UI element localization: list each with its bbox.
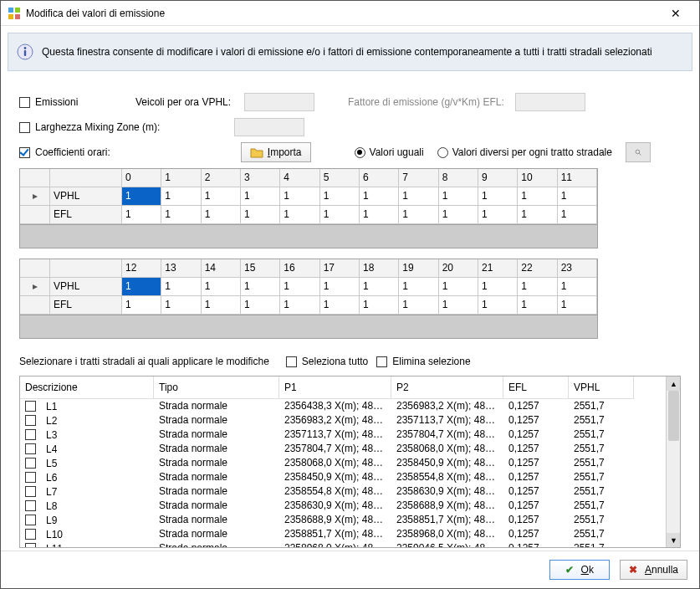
row-p2: 2358968,0 X(m); 4854530,0... xyxy=(391,527,503,541)
list-scrollbar[interactable]: ▲ ▼ xyxy=(666,376,680,547)
ok-button[interactable]: ✔ Ok xyxy=(549,560,610,580)
grid-cell[interactable]: 1 xyxy=(122,206,161,224)
grid-cell[interactable]: 1 xyxy=(478,187,518,206)
grid-cell[interactable]: 1 xyxy=(518,206,557,224)
coeff-checkbox[interactable] xyxy=(19,147,30,158)
close-button[interactable]: ✕ xyxy=(659,7,692,20)
list-col-header[interactable]: P2 xyxy=(391,376,503,399)
grid-cell[interactable]: 1 xyxy=(399,187,438,206)
table-row[interactable]: L8Strada normale2358630,9 X(m); 48555...… xyxy=(20,499,666,513)
row-checkbox[interactable] xyxy=(25,515,36,525)
table-row[interactable]: L4Strada normale2357804,7 X(m); 48561...… xyxy=(20,442,666,456)
grid-cell[interactable]: 1 xyxy=(478,278,518,296)
grid-cell[interactable]: 1 xyxy=(161,187,201,206)
grid-cell[interactable]: 1 xyxy=(478,206,518,224)
vphl-input[interactable] xyxy=(244,93,314,111)
list-col-header[interactable]: P1 xyxy=(279,376,391,399)
grid2[interactable]: 121314151617181920212223▸VPHL11111111111… xyxy=(19,259,598,315)
grid-cell[interactable]: 1 xyxy=(518,296,557,315)
grid-cell[interactable]: 1 xyxy=(478,296,518,315)
grid-cell[interactable]: 1 xyxy=(439,187,478,206)
radio-diff[interactable] xyxy=(437,147,448,158)
grid-col-header: 22 xyxy=(518,259,557,278)
row-checkbox[interactable] xyxy=(25,429,36,440)
grid-cell[interactable]: 1 xyxy=(360,278,399,296)
list-col-header[interactable]: VPHL xyxy=(569,376,634,399)
row-checkbox[interactable] xyxy=(25,529,36,540)
mixing-input[interactable] xyxy=(234,118,304,136)
import-button[interactable]: Importa xyxy=(241,142,311,162)
grid-cell[interactable]: 1 xyxy=(161,296,201,315)
select-all-checkbox[interactable] xyxy=(286,356,297,367)
grid-cell[interactable]: 1 xyxy=(202,278,241,296)
grid-cell[interactable]: 1 xyxy=(161,278,201,296)
grid-cell[interactable]: 1 xyxy=(280,187,319,206)
table-row[interactable]: L9Strada normale2358688,9 X(m); 48554...… xyxy=(20,513,666,527)
search-button[interactable] xyxy=(626,142,651,162)
grid-cell[interactable]: 1 xyxy=(280,296,319,315)
table-row[interactable]: L3Strada normale2357113,7 X(m); 48564...… xyxy=(20,428,666,442)
row-checkbox[interactable] xyxy=(25,500,36,511)
grid-cell[interactable]: 1 xyxy=(241,206,280,224)
mixing-checkbox[interactable] xyxy=(19,122,30,133)
grid-cell[interactable]: 1 xyxy=(122,187,161,206)
grid-cell[interactable]: 1 xyxy=(241,296,280,315)
grid-cell[interactable]: 1 xyxy=(320,278,360,296)
grid-cell[interactable]: 1 xyxy=(122,296,161,315)
radio-equal[interactable] xyxy=(355,147,365,158)
grid-cell[interactable]: 1 xyxy=(518,187,557,206)
table-row[interactable]: L2Strada normale2356983,2 X(m); 48565...… xyxy=(20,413,666,428)
grid-cell[interactable]: 1 xyxy=(122,278,161,296)
grid-cell[interactable]: 1 xyxy=(202,187,241,206)
grid-cell[interactable]: 1 xyxy=(439,206,478,224)
scroll-down-icon[interactable]: ▼ xyxy=(667,533,681,547)
row-desc: L7 xyxy=(46,486,57,498)
scroll-thumb[interactable] xyxy=(668,391,679,441)
grid-cell[interactable]: 1 xyxy=(161,206,201,224)
grid-cell[interactable]: 1 xyxy=(439,278,478,296)
grid-cell[interactable]: 1 xyxy=(399,296,438,315)
grid-cell[interactable]: 1 xyxy=(280,206,319,224)
clear-selection-checkbox[interactable] xyxy=(376,356,387,367)
grid-cell[interactable]: 1 xyxy=(558,206,597,224)
row-checkbox[interactable] xyxy=(25,401,36,412)
table-row[interactable]: L1Strada normale2356438,3 X(m); 48569...… xyxy=(20,399,666,413)
grid-cell[interactable]: 1 xyxy=(360,206,399,224)
grid-cell[interactable]: 1 xyxy=(558,187,597,206)
grid-cell[interactable]: 1 xyxy=(320,206,360,224)
grid-cell[interactable]: 1 xyxy=(202,206,241,224)
grid-cell[interactable]: 1 xyxy=(320,187,360,206)
table-row[interactable]: L7Strada normale2358554,8 X(m); 48556...… xyxy=(20,484,666,499)
grid-cell[interactable]: 1 xyxy=(518,278,557,296)
table-row[interactable]: L6Strada normale2358450,9 X(m); 48557...… xyxy=(20,470,666,484)
row-checkbox[interactable] xyxy=(25,415,36,426)
grid-cell[interactable]: 1 xyxy=(360,187,399,206)
emissioni-checkbox[interactable] xyxy=(19,97,30,108)
row-checkbox[interactable] xyxy=(25,486,36,497)
efl-input[interactable] xyxy=(515,93,585,111)
grid-cell[interactable]: 1 xyxy=(280,278,319,296)
table-row[interactable]: L11Strada normale2358968,0 X(m); 48545..… xyxy=(20,541,666,547)
grid-cell[interactable]: 1 xyxy=(241,187,280,206)
row-checkbox[interactable] xyxy=(25,443,36,454)
grid1[interactable]: 01234567891011▸VPHL111111111111EFL111111… xyxy=(19,168,598,225)
cancel-button[interactable]: ✖ Annulla xyxy=(620,560,687,580)
grid-cell[interactable]: 1 xyxy=(320,296,360,315)
grid-cell[interactable]: 1 xyxy=(558,296,597,315)
grid-cell[interactable]: 1 xyxy=(202,296,241,315)
list-col-header[interactable]: Descrizione xyxy=(20,376,154,399)
row-checkbox[interactable] xyxy=(25,458,36,469)
scroll-up-icon[interactable]: ▲ xyxy=(667,376,681,391)
grid-cell[interactable]: 1 xyxy=(399,206,438,224)
list-col-header[interactable]: Tipo xyxy=(154,376,279,399)
grid-cell[interactable]: 1 xyxy=(399,278,438,296)
row-checkbox[interactable] xyxy=(25,472,36,483)
grid-cell[interactable]: 1 xyxy=(439,296,478,315)
row-checkbox[interactable] xyxy=(25,543,36,547)
table-row[interactable]: L5Strada normale2358068,0 X(m); 48559...… xyxy=(20,456,666,470)
grid-cell[interactable]: 1 xyxy=(360,296,399,315)
grid-cell[interactable]: 1 xyxy=(558,278,597,296)
list-col-header[interactable]: EFL xyxy=(503,376,569,399)
grid-cell[interactable]: 1 xyxy=(241,278,280,296)
table-row[interactable]: L10Strada normale2358851,7 X(m); 48549..… xyxy=(20,527,666,541)
